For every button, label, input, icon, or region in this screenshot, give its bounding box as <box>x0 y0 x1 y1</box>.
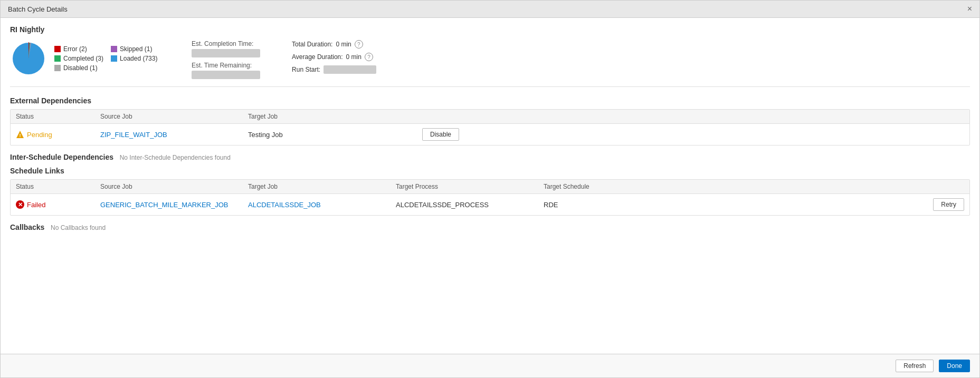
svg-text:!: ! <box>20 133 21 138</box>
total-duration-help-icon[interactable]: ? <box>355 40 363 49</box>
total-duration-value: 0 min <box>336 41 351 48</box>
footer: Refresh Done <box>1 354 979 377</box>
est-remaining-label: Est. Time Remaining: <box>192 62 260 69</box>
legend-label-disabled: Disabled (1) <box>63 64 98 72</box>
ext-row-target: Testing Job <box>248 131 406 139</box>
done-button[interactable]: Done <box>939 360 970 372</box>
callbacks-no-data: No Callbacks found <box>51 224 106 231</box>
external-deps-section: External Dependencies Status Source Job … <box>10 96 970 146</box>
chart-area: Error (2) Skipped (1) Completed (3) Load… <box>10 40 160 77</box>
sl-row-action: Retry <box>911 198 964 211</box>
stat-col-right: Total Duration: 0 min ? Average Duration… <box>292 40 376 79</box>
total-duration-row: Total Duration: 0 min ? <box>292 40 376 49</box>
sl-col-process-header: Target Process <box>396 183 544 190</box>
legend-label-loaded: Loaded (733) <box>120 55 157 62</box>
ext-col-action-header <box>406 113 459 120</box>
sl-col-status-header: Status <box>16 183 100 190</box>
sl-source-link[interactable]: GENERIC_BATCH_MILE_MARKER_JOB <box>100 201 229 209</box>
est-remaining-value <box>192 71 260 79</box>
inter-schedule-section: Inter-Schedule Dependencies No Inter-Sch… <box>10 153 970 161</box>
main-content: RI Nightly <box>1 18 979 354</box>
sl-col-action-header <box>911 183 964 190</box>
schedule-links-header: Status Source Job Target Job Target Proc… <box>11 180 969 194</box>
ext-col-status-header: Status <box>16 113 100 120</box>
legend-color-loaded <box>111 55 117 62</box>
legend-item-loaded: Loaded (733) <box>111 55 160 62</box>
title-bar: Batch Cycle Details × <box>1 1 979 18</box>
legend-label-completed: Completed (3) <box>63 55 103 62</box>
schedule-links-title: Schedule Links <box>10 167 970 175</box>
callbacks-section: Callbacks No Callbacks found <box>10 223 970 231</box>
stats-area: Est. Completion Time: Est. Time Remainin… <box>192 40 376 79</box>
sl-col-schedule-header: Target Schedule <box>544 183 911 190</box>
ext-col-target-header: Target Job <box>248 113 406 120</box>
ext-col-source-header: Source Job <box>100 113 248 120</box>
table-row: ! Pending ZIP_FILE_WAIT_JOB Testing Job … <box>11 124 969 145</box>
ext-source-link[interactable]: ZIP_FILE_WAIT_JOB <box>100 131 167 139</box>
sl-target-link[interactable]: ALCDETAILSSDE_JOB <box>248 201 321 209</box>
ext-row-source: ZIP_FILE_WAIT_JOB <box>100 131 248 139</box>
legend-color-completed <box>54 55 61 62</box>
external-deps-table: Status Source Job Target Job ! Pending <box>10 109 970 146</box>
avg-duration-row: Average Duration: 0 min ? <box>292 53 376 61</box>
sl-col-source-header: Source Job <box>100 183 248 190</box>
retry-button[interactable]: Retry <box>933 198 964 211</box>
failed-label: Failed <box>27 201 45 209</box>
legend-color-skipped <box>111 46 117 52</box>
warning-triangle-icon: ! <box>16 130 24 139</box>
table-row: ✕ Failed GENERIC_BATCH_MILE_MARKER_JOB A… <box>11 194 969 215</box>
est-completion-value <box>192 49 260 57</box>
stat-col-left: Est. Completion Time: Est. Time Remainin… <box>192 40 260 79</box>
sl-row-target: ALCDETAILSSDE_JOB <box>248 201 396 209</box>
close-button[interactable]: × <box>967 5 972 13</box>
inter-schedule-title: Inter-Schedule Dependencies <box>10 153 113 161</box>
summary-section: Error (2) Skipped (1) Completed (3) Load… <box>10 40 970 87</box>
batch-name: RI Nightly <box>10 25 970 34</box>
inter-schedule-no-data: No Inter-Schedule Dependencies found <box>120 154 231 161</box>
sl-row-process: ALCDETAILSSDE_PROCESS <box>396 201 544 209</box>
legend-color-disabled <box>54 65 61 71</box>
schedule-links-table: Status Source Job Target Job Target Proc… <box>10 179 970 216</box>
sl-row-source: GENERIC_BATCH_MILE_MARKER_JOB <box>100 201 248 209</box>
failed-icon: ✕ <box>16 200 24 209</box>
sl-row-schedule: RDE <box>544 201 911 209</box>
window-title: Batch Cycle Details <box>8 5 68 13</box>
pending-status: ! Pending <box>16 130 100 139</box>
avg-duration-help-icon[interactable]: ? <box>365 53 373 61</box>
disable-button[interactable]: Disable <box>422 128 459 141</box>
external-deps-header: Status Source Job Target Job <box>11 110 969 124</box>
schedule-links-section: Schedule Links Status Source Job Target … <box>10 167 970 216</box>
legend-item-skipped: Skipped (1) <box>111 45 160 53</box>
legend-item-completed: Completed (3) <box>54 55 103 62</box>
legend-item-disabled: Disabled (1) <box>54 64 103 72</box>
external-deps-title: External Dependencies <box>10 96 970 105</box>
callbacks-title: Callbacks <box>10 223 44 231</box>
pending-label: Pending <box>27 131 52 139</box>
legend-label-skipped: Skipped (1) <box>120 45 152 53</box>
est-remaining-row: Est. Time Remaining: <box>192 62 260 79</box>
legend-label-error: Error (2) <box>63 45 87 53</box>
legend-color-error <box>54 46 61 52</box>
avg-duration-label: Average Duration: <box>292 53 343 61</box>
pie-chart <box>10 40 47 77</box>
ext-row-action: Disable <box>406 128 459 141</box>
sl-col-target-header: Target Job <box>248 183 396 190</box>
legend-item-error: Error (2) <box>54 45 103 53</box>
run-start-label: Run Start: <box>292 66 320 73</box>
run-start-row: Run Start: <box>292 65 376 74</box>
legend: Error (2) Skipped (1) Completed (3) Load… <box>54 45 160 72</box>
run-start-value <box>324 65 376 74</box>
failed-status: ✕ Failed <box>16 200 100 209</box>
sl-row-status: ✕ Failed <box>16 200 100 209</box>
est-completion-row: Est. Completion Time: <box>192 40 260 57</box>
refresh-button[interactable]: Refresh <box>896 360 934 372</box>
total-duration-label: Total Duration: <box>292 41 332 48</box>
avg-duration-value: 0 min <box>346 53 361 61</box>
batch-cycle-details-window: Batch Cycle Details × RI Nightly <box>0 0 980 378</box>
ext-row-status: ! Pending <box>16 130 100 139</box>
est-completion-label: Est. Completion Time: <box>192 40 260 47</box>
